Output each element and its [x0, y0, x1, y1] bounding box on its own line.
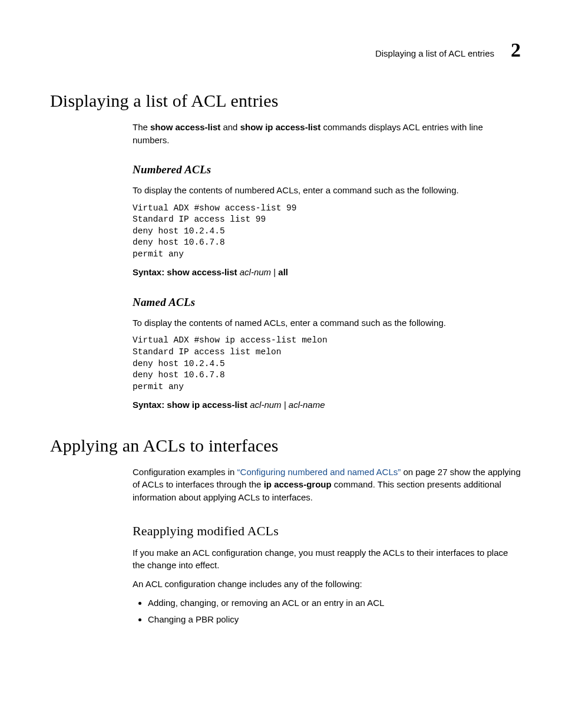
- reapplying-p1: If you make an ACL configuration change,…: [133, 546, 521, 572]
- subheading-named-acls: Named ACLs: [133, 294, 521, 311]
- numbered-intro: To display the contents of numbered ACLs…: [133, 184, 521, 197]
- command-name: ip access-group: [264, 479, 332, 489]
- text: The: [133, 122, 150, 132]
- syntax-all: all: [278, 267, 288, 277]
- running-header: Displaying a list of ACL entries 2: [50, 35, 521, 64]
- syntax-cmd: show ip access-list: [167, 400, 247, 410]
- command-name: show access-list: [150, 122, 220, 132]
- section-heading-displaying: Displaying a list of ACL entries: [50, 88, 521, 114]
- section2-intro: Configuration examples in “Configuring n…: [133, 466, 521, 504]
- bullet-list: Adding, changing, or removing an ACL or …: [133, 597, 521, 626]
- syntax-line-named: Syntax: show ip access-list acl-num | ac…: [133, 398, 521, 411]
- named-intro: To display the contents of named ACLs, e…: [133, 317, 521, 330]
- syntax-sep: |: [282, 400, 289, 410]
- syntax-arg: acl-num: [247, 400, 282, 410]
- cross-reference-link[interactable]: “Configuring numbered and named ACLs”: [237, 467, 401, 477]
- syntax-label: Syntax:: [133, 267, 167, 277]
- section1-intro: The show access-list and show ip access-…: [133, 121, 521, 147]
- text: Configuration examples in: [133, 467, 237, 477]
- syntax-sep: |: [271, 267, 278, 277]
- code-block-numbered: Virtual ADX #show access-list 99 Standar…: [133, 203, 521, 261]
- page-content: Displaying a list of ACL entries 2 Displ…: [0, 0, 562, 728]
- reapplying-p2: An ACL configuration change includes any…: [133, 578, 521, 591]
- list-item: Changing a PBR policy: [148, 613, 521, 626]
- text: and: [220, 122, 240, 132]
- chapter-number: 2: [511, 35, 521, 64]
- command-name: show ip access-list: [240, 122, 321, 132]
- syntax-label: Syntax:: [133, 400, 167, 410]
- syntax-arg: acl-name: [289, 400, 325, 410]
- runhead-title: Displaying a list of ACL entries: [375, 47, 494, 60]
- syntax-cmd: show access-list: [167, 267, 237, 277]
- subheading-reapplying: Reapplying modified ACLs: [133, 522, 521, 541]
- syntax-arg: acl-num: [237, 267, 272, 277]
- section1-body: The show access-list and show ip access-…: [133, 121, 521, 411]
- code-block-named: Virtual ADX #show ip access-list melon S…: [133, 335, 521, 393]
- section-heading-applying: Applying an ACLs to interfaces: [50, 433, 521, 459]
- syntax-line-numbered: Syntax: show access-list acl-num | all: [133, 266, 521, 279]
- subheading-numbered-acls: Numbered ACLs: [133, 162, 521, 178]
- list-item: Adding, changing, or removing an ACL or …: [148, 597, 521, 610]
- section2-body: Configuration examples in “Configuring n…: [133, 466, 521, 626]
